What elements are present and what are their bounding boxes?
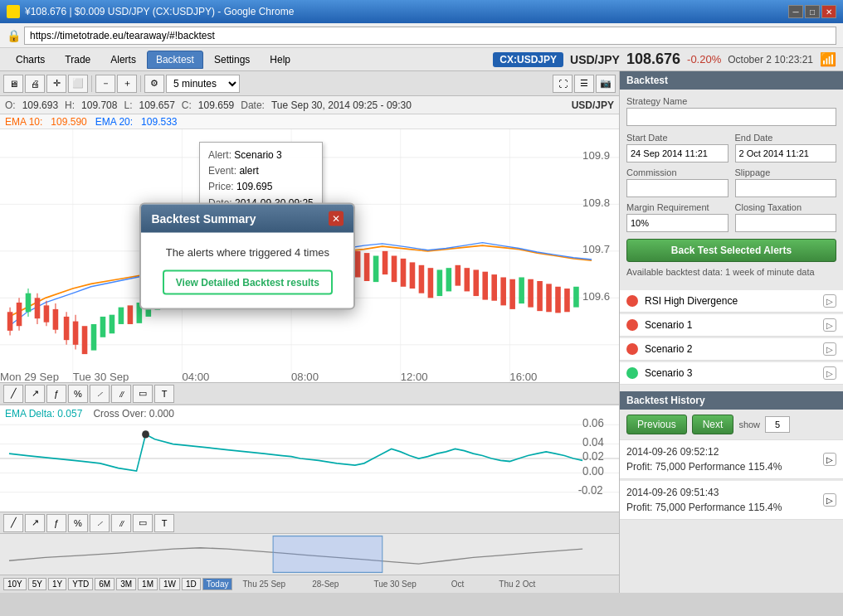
btn-10y[interactable]: 10Y <box>3 578 27 590</box>
sub-draw-btn6[interactable]: ⫽ <box>111 514 131 532</box>
monitor-icon-btn[interactable]: 🖥 <box>3 75 23 93</box>
tab-trade[interactable]: Trade <box>56 51 100 69</box>
zoom-in-btn[interactable]: ＋ <box>117 75 137 93</box>
ema2-label: EMA 20: <box>95 116 133 128</box>
zoom-out-btn[interactable]: － <box>95 75 115 93</box>
tab-help[interactable]: Help <box>261 51 300 69</box>
btn-5y[interactable]: 5Y <box>28 578 46 590</box>
draw-trend-btn[interactable]: ⟋ <box>90 385 110 403</box>
btn-1m[interactable]: 1M <box>138 578 158 590</box>
btn-6m[interactable]: 6M <box>95 578 115 590</box>
sub-chart-info: EMA Delta: 0.057 Cross Over: 0.000 <box>5 408 174 420</box>
next-button[interactable]: Next <box>692 415 734 434</box>
start-date-input[interactable] <box>626 144 728 162</box>
box-select-btn[interactable]: ⬜ <box>68 75 88 93</box>
btn-today[interactable]: Today <box>202 578 233 590</box>
tab-backtest[interactable]: Backtest <box>147 51 203 69</box>
svg-text:109.9: 109.9 <box>582 149 610 162</box>
address-input[interactable] <box>24 27 836 45</box>
back-test-btn-wrapper: Back Test Selected Alerts <box>626 239 836 262</box>
end-date-input[interactable] <box>735 144 837 162</box>
sub-draw-btn3[interactable]: ƒ <box>46 514 66 532</box>
sub-draw-btn1[interactable]: ╱ <box>3 514 23 532</box>
back-test-button[interactable]: Back Test Selected Alerts <box>626 239 836 262</box>
chart-area: 🖥 🖨 ✛ ⬜ － ＋ ⚙ 5 minutes 1 minute 15 minu… <box>0 71 619 593</box>
draw-channel-btn[interactable]: ⫽ <box>111 385 131 403</box>
draw-text-btn[interactable]: T <box>154 385 174 403</box>
margin-label: Margin Requirement <box>626 202 728 212</box>
minimize-button[interactable]: ─ <box>788 5 803 18</box>
settings-btn[interactable]: ⚙ <box>144 75 164 93</box>
show-count-input[interactable] <box>765 416 790 433</box>
close-button[interactable]: ✕ <box>821 5 836 18</box>
commission-row: Commission Slippage <box>626 167 836 197</box>
sub-draw-btn2[interactable]: ↗ <box>25 514 45 532</box>
sub-draw-btn4[interactable]: % <box>68 514 88 532</box>
sub-draw-btn8[interactable]: T <box>154 514 174 532</box>
history-item-1-datetime: 2014-09-26 09:52:12 <box>626 444 782 459</box>
maximize-button[interactable]: □ <box>805 5 820 18</box>
btn-ytd[interactable]: YTD <box>68 578 93 590</box>
commission-label: Commission <box>626 167 728 177</box>
view-details-button[interactable]: View Detailed Backtest results <box>163 269 333 294</box>
list-btn[interactable]: ☰ <box>574 75 594 93</box>
svg-rect-64 <box>383 251 388 274</box>
closing-tax-input[interactable] <box>735 214 837 232</box>
draw-line-btn[interactable]: ╱ <box>3 385 23 403</box>
print-btn[interactable]: 🖨 <box>25 75 45 93</box>
margin-input[interactable] <box>626 214 728 232</box>
btn-1y[interactable]: 1Y <box>48 578 66 590</box>
svg-rect-35 <box>128 305 134 324</box>
slippage-col: Slippage <box>735 167 837 197</box>
alert-list: RSI High Divergence ▷ Scenario 1 ▷ Scena… <box>620 290 843 386</box>
svg-rect-69 <box>428 268 434 298</box>
modal-close-button[interactable]: ✕ <box>329 211 344 226</box>
window-title: ¥108.676 | $0.009 USD/JPY (CX:USDJPY) - … <box>25 6 788 17</box>
slippage-input[interactable] <box>735 179 837 197</box>
tab-settings[interactable]: Settings <box>205 51 259 69</box>
alert-item-s2: Scenario 2 ▷ <box>620 338 843 361</box>
draw-fib-btn[interactable]: ƒ <box>46 385 66 403</box>
pair-selector[interactable]: CX:USDJPY <box>493 52 563 67</box>
right-panel: Backtest Strategy Name Start Date End Da… <box>619 71 843 593</box>
commission-input[interactable] <box>626 179 728 197</box>
btn-3m[interactable]: 3M <box>116 578 136 590</box>
backtest-summary-modal: Backtest Summary ✕ The alerts where trig… <box>139 202 355 309</box>
svg-text:109.7: 109.7 <box>582 243 610 255</box>
strategy-name-input[interactable] <box>626 108 836 126</box>
history-arrow-1[interactable]: ▷ <box>823 453 836 466</box>
sub-draw-btn7[interactable]: ▭ <box>133 514 153 532</box>
sub-chart-tools: ╱ ↗ ƒ % ⟋ ⫽ ▭ T <box>0 512 619 533</box>
mini-chart-svg <box>0 534 619 575</box>
tooltip-price: 109.695 <box>236 181 272 192</box>
alert-arrow-rsi[interactable]: ▷ <box>823 294 836 308</box>
alert-arrow-s2[interactable]: ▷ <box>823 342 836 356</box>
previous-button[interactable]: Previous <box>626 415 687 434</box>
svg-text:16:00: 16:00 <box>509 371 537 382</box>
sub-draw-btn5[interactable]: ⟋ <box>90 514 110 532</box>
svg-rect-61 <box>355 251 361 278</box>
tab-charts[interactable]: Charts <box>7 51 54 69</box>
svg-text:08:00: 08:00 <box>291 371 319 382</box>
expand-btn[interactable]: ⛶ <box>553 75 573 93</box>
timeframe-select[interactable]: 5 minutes 1 minute 15 minutes 1 hour 1 d… <box>166 75 240 93</box>
alert-arrow-s1[interactable]: ▷ <box>823 318 836 332</box>
history-arrow-2[interactable]: ▷ <box>823 493 836 507</box>
ohlc-date: Tue Sep 30, 2014 09:25 - 09:30 <box>271 99 412 111</box>
btn-1w[interactable]: 1W <box>159 578 180 590</box>
pair-price: 108.676 <box>626 51 680 68</box>
svg-rect-85 <box>573 287 579 308</box>
draw-percent-btn[interactable]: % <box>68 385 88 403</box>
tab-alerts[interactable]: Alerts <box>101 51 145 69</box>
alert-arrow-s3[interactable]: ▷ <box>823 366 836 380</box>
modal-header: Backtest Summary ✕ <box>141 204 353 232</box>
closing-tax-col: Closing Taxation <box>735 202 837 232</box>
draw-arrow-btn[interactable]: ↗ <box>25 385 45 403</box>
svg-text:-0.02: -0.02 <box>578 484 603 497</box>
nav-bar: Charts Trade Alerts Backtest Settings He… <box>0 48 843 71</box>
draw-rect-btn[interactable]: ▭ <box>133 385 153 403</box>
btn-1d[interactable]: 1D <box>182 578 201 590</box>
crosshair-btn[interactable]: ✛ <box>46 75 66 93</box>
camera-btn[interactable]: 📷 <box>596 75 616 93</box>
cross-over-label: Cross Over: 0.000 <box>93 408 173 420</box>
